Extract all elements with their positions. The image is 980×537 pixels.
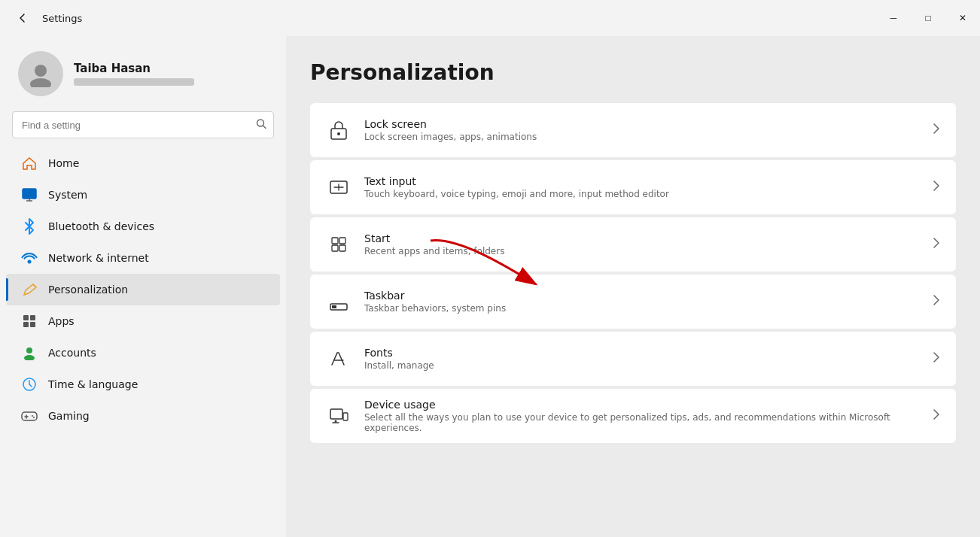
svg-rect-6 [23, 315, 29, 320]
app-title: Settings [42, 13, 867, 24]
sidebar-item-label-gaming: Gaming [48, 410, 90, 422]
fonts-chevron [932, 350, 941, 367]
search-box [12, 111, 274, 138]
start-chevron [932, 236, 941, 253]
svg-rect-21 [332, 245, 338, 251]
fonts-text: FontsInstall, manage [364, 347, 920, 371]
sidebar-item-label-network: Network & internet [48, 252, 149, 264]
sidebar-item-label-bluetooth: Bluetooth & devices [48, 220, 154, 232]
settings-item-lock-screen[interactable]: Lock screenLock screen images, apps, ani… [310, 103, 956, 157]
sidebar-item-label-system: System [48, 189, 87, 201]
taskbar-icon [325, 288, 352, 315]
user-email-blurred [74, 78, 194, 86]
sidebar-item-network[interactable]: Network & internet [6, 242, 280, 274]
text-input-title: Text input [364, 175, 920, 187]
svg-rect-19 [332, 238, 338, 244]
lock-screen-desc: Lock screen images, apps, animations [364, 132, 920, 142]
svg-rect-26 [330, 409, 342, 419]
sidebar-item-label-personalization: Personalization [48, 284, 128, 296]
sidebar-item-label-apps: Apps [48, 315, 75, 327]
taskbar-desc: Taskbar behaviors, system pins [364, 303, 920, 314]
sidebar-item-personalization[interactable]: Personalization [6, 274, 280, 305]
sidebar: Taiba Hasan HomeSystemBluetooth & device… [0, 36, 286, 537]
text-input-text: Text inputTouch keyboard, voice typing, … [364, 175, 920, 199]
svg-point-14 [32, 415, 33, 417]
svg-point-17 [337, 132, 340, 135]
bluetooth-icon [21, 218, 38, 235]
network-icon [21, 250, 38, 266]
settings-item-start[interactable]: StartRecent apps and items, folders [310, 217, 956, 272]
sidebar-item-bluetooth[interactable]: Bluetooth & devices [6, 211, 280, 242]
sidebar-item-label-time: Time & language [48, 378, 138, 390]
svg-rect-9 [30, 322, 35, 327]
back-button[interactable] [12, 8, 33, 29]
settings-list: Lock screenLock screen images, apps, ani… [310, 103, 956, 443]
lock-screen-icon [325, 117, 352, 144]
app-body: Taiba Hasan HomeSystemBluetooth & device… [0, 36, 980, 537]
sidebar-item-time[interactable]: Time & language [6, 369, 280, 400]
page-title: Personalization [310, 60, 956, 85]
text-input-chevron [932, 179, 941, 196]
settings-item-device-usage[interactable]: Device usageSelect all the ways you plan… [310, 389, 956, 443]
fonts-title: Fonts [364, 347, 920, 359]
settings-item-text-input[interactable]: Text inputTouch keyboard, voice typing, … [310, 160, 956, 214]
gaming-icon [21, 408, 38, 424]
lock-screen-text: Lock screenLock screen images, apps, ani… [364, 118, 920, 142]
svg-point-11 [24, 355, 35, 360]
device-usage-title: Device usage [364, 399, 920, 411]
svg-rect-8 [23, 322, 29, 327]
content-area: Personalization Lock screenLock screen i… [286, 36, 980, 537]
time-icon [21, 376, 38, 393]
device-usage-icon [325, 402, 352, 429]
home-icon [21, 155, 38, 171]
minimize-button[interactable]: ─ [876, 6, 911, 30]
user-section: Taiba Hasan [0, 36, 286, 111]
start-text: StartRecent apps and items, folders [364, 232, 920, 256]
titlebar: Settings ─ □ ✕ [0, 0, 980, 36]
settings-item-taskbar[interactable]: TaskbarTaskbar behaviors, system pins [310, 275, 956, 329]
svg-rect-4 [23, 189, 36, 199]
sidebar-item-label-accounts: Accounts [48, 347, 96, 359]
lock-screen-title: Lock screen [364, 118, 920, 130]
user-name: Taiba Hasan [74, 62, 194, 75]
svg-rect-24 [332, 305, 336, 308]
text-input-icon [325, 174, 352, 201]
svg-point-10 [26, 347, 32, 353]
start-desc: Recent apps and items, folders [364, 246, 920, 256]
close-button[interactable]: ✕ [945, 6, 980, 30]
svg-rect-7 [30, 315, 35, 320]
svg-rect-22 [339, 245, 345, 251]
window-controls: ─ □ ✕ [876, 6, 980, 30]
sidebar-item-apps[interactable]: Apps [6, 305, 280, 337]
accounts-icon [21, 344, 38, 361]
fonts-icon [325, 345, 352, 372]
svg-rect-20 [339, 238, 345, 244]
svg-rect-13 [22, 412, 37, 420]
sidebar-item-label-home: Home [48, 157, 79, 169]
apps-icon [21, 313, 38, 329]
sidebar-item-accounts[interactable]: Accounts [6, 337, 280, 369]
start-icon [325, 231, 352, 258]
svg-rect-27 [343, 413, 348, 420]
sidebar-item-system[interactable]: System [6, 179, 280, 211]
svg-point-5 [28, 260, 32, 264]
sidebar-item-home[interactable]: Home [6, 147, 280, 179]
svg-point-0 [35, 65, 47, 77]
settings-item-fonts[interactable]: FontsInstall, manage [310, 332, 956, 386]
text-input-desc: Touch keyboard, voice typing, emoji and … [364, 189, 920, 199]
search-input[interactable] [12, 111, 274, 138]
svg-point-15 [33, 417, 35, 418]
lock-screen-chevron [932, 122, 941, 138]
maximize-button[interactable]: □ [911, 6, 945, 30]
svg-point-1 [30, 78, 51, 87]
sidebar-item-gaming[interactable]: Gaming [6, 400, 280, 432]
avatar [18, 51, 63, 96]
taskbar-chevron [932, 293, 941, 310]
start-title: Start [364, 232, 920, 244]
taskbar-text: TaskbarTaskbar behaviors, system pins [364, 290, 920, 314]
taskbar-title: Taskbar [364, 290, 920, 302]
user-info: Taiba Hasan [74, 62, 194, 86]
system-icon [21, 187, 38, 203]
nav-list: HomeSystemBluetooth & devicesNetwork & i… [0, 147, 286, 432]
personalization-icon [21, 281, 38, 298]
